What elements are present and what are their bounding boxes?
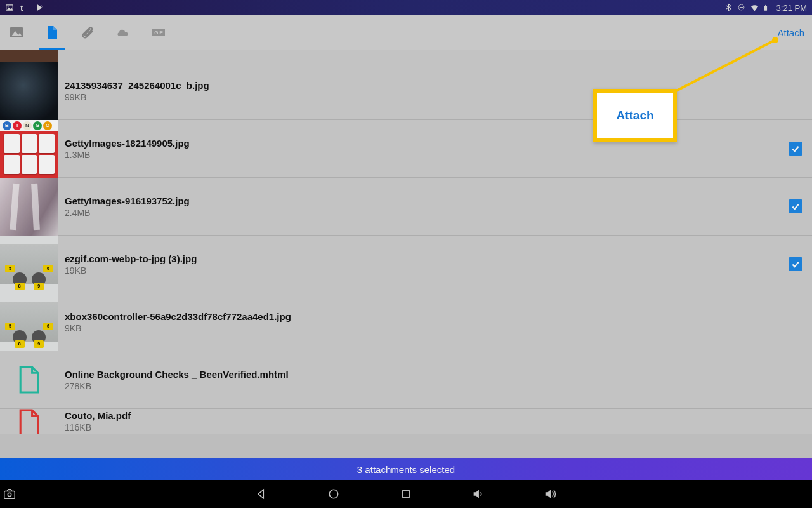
file-size: 19KB [65, 265, 779, 276]
file-name: Online Background Checks _ BeenVerified.… [65, 369, 779, 380]
file-thumbnail [0, 178, 58, 236]
file-size: 278KB [65, 381, 779, 391]
checkbox-checked[interactable] [789, 142, 802, 156]
file-thumbnail [0, 351, 58, 409]
navigation-bar [0, 480, 812, 508]
home-button[interactable] [327, 487, 341, 501]
tab-cloud[interactable] [114, 15, 132, 50]
list-row-partial[interactable] [0, 50, 812, 62]
pdf-icon [17, 409, 41, 434]
back-button[interactable] [254, 487, 268, 501]
tab-images[interactable] [8, 15, 25, 50]
file-thumbnail [0, 409, 58, 434]
svg-point-1 [8, 6, 9, 8]
battery-icon [763, 3, 771, 12]
file-thumbnail: 56 89 [0, 293, 58, 351]
tab-files[interactable] [43, 15, 61, 50]
svg-rect-5 [765, 5, 766, 6]
file-size: 116KB [65, 422, 779, 432]
list-row[interactable]: Online Background Checks _ BeenVerified.… [0, 351, 812, 409]
screenshot-button[interactable] [3, 487, 16, 501]
file-name: xbox360controller-56a9c2d33df78cf772aa4e… [65, 311, 779, 322]
recent-apps-button[interactable] [399, 487, 413, 501]
tab-gif[interactable]: GIF [150, 15, 167, 50]
attach-button[interactable]: Attach [777, 27, 804, 38]
list-row[interactable]: 24135934637_245264001c_b.jpg 99KB [0, 62, 812, 120]
file-size: 9KB [65, 323, 779, 333]
svg-point-12 [329, 490, 337, 498]
tab-attachment[interactable] [79, 15, 96, 50]
dnd-icon [737, 3, 746, 12]
list-row[interactable]: BI NG O GettyImages-182149905.jpg 1.3MB [0, 120, 812, 178]
list-row[interactable]: 56 89 ezgif.com-webp-to-jpg (3).jpg 19KB [0, 236, 812, 293]
gallery-status-icon [5, 3, 14, 12]
status-bar: t 3:21 PM [0, 0, 812, 15]
svg-text:GIF: GIF [154, 30, 162, 36]
file-size: 2.4MB [65, 208, 779, 218]
list-row[interactable]: GettyImages-916193752.jpg 2.4MB [0, 178, 812, 236]
checkbox-checked[interactable] [789, 257, 802, 271]
file-thumbnail: BI NG O [0, 120, 58, 178]
selection-count-text: 3 attachments selected [357, 464, 455, 475]
callout-label: Attach [616, 109, 653, 123]
svg-rect-13 [403, 491, 410, 498]
wifi-icon [750, 3, 759, 12]
file-list[interactable]: 24135934637_245264001c_b.jpg 99KB BI NG … [0, 50, 812, 458]
attachment-toolbar: GIF Attach [0, 15, 812, 50]
checkbox-checked[interactable] [789, 199, 802, 213]
selection-banner: 3 attachments selected [0, 458, 812, 480]
list-row[interactable]: Couto, Mia.pdf 116KB [0, 409, 812, 434]
svg-rect-4 [764, 6, 766, 11]
volume-down-button[interactable] [471, 487, 485, 501]
svg-rect-10 [4, 491, 15, 498]
file-thumbnail [0, 62, 58, 120]
tumblr-status-icon: t [20, 3, 29, 12]
file-name: ezgif.com-webp-to-jpg (3).jpg [65, 253, 779, 264]
svg-point-11 [8, 493, 11, 497]
status-time: 3:21 PM [776, 3, 807, 13]
file-thumbnail: 56 89 [0, 236, 58, 293]
document-icon [17, 365, 41, 394]
volume-up-button[interactable] [544, 487, 558, 501]
file-size: 1.3MB [65, 150, 779, 160]
file-name: GettyImages-916193752.jpg [65, 196, 779, 206]
file-name: Couto, Mia.pdf [65, 410, 779, 421]
bluetooth-icon [724, 3, 733, 12]
instruction-callout: Attach [593, 89, 677, 142]
list-row[interactable]: 56 89 xbox360controller-56a9c2d33df78cf7… [0, 293, 812, 351]
play-status-icon [36, 3, 44, 12]
